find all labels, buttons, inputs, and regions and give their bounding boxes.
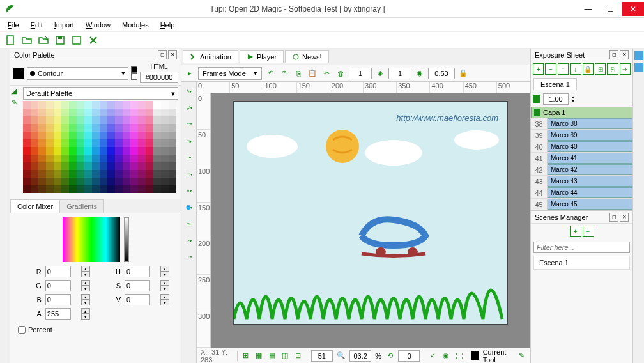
save-icon[interactable] [54,34,66,47]
r-up[interactable]: ▲ [81,266,90,272]
color-swatch[interactable] [23,170,31,178]
color-swatch[interactable] [107,155,115,162]
color-swatch[interactable] [107,132,115,139]
color-swatch[interactable] [54,155,61,162]
color-swatch[interactable] [107,170,115,178]
color-swatch[interactable] [46,155,54,162]
window-close-button[interactable]: ✕ [622,2,644,16]
check-icon[interactable]: ✓ [428,350,437,362]
scene-tab[interactable]: Escena 1 [533,78,577,90]
s-down[interactable]: ▼ [160,286,169,291]
pencil-tool-icon[interactable]: ✎▾ [183,84,195,97]
color-swatch[interactable] [138,124,146,132]
color-swatch[interactable] [23,155,31,162]
color-swatch[interactable] [161,147,169,155]
exposure-undock-icon[interactable]: ◻ [610,50,618,59]
color-swatch[interactable] [92,162,100,170]
save-as-icon[interactable] [70,34,83,47]
color-swatch[interactable] [84,185,92,193]
color-swatch[interactable] [138,170,146,178]
color-swatch[interactable] [138,178,146,185]
frame-value-input[interactable] [543,93,569,105]
color-swatch[interactable] [153,147,161,155]
color-swatch[interactable] [69,132,77,139]
eyedropper-icon[interactable]: ◢ [12,87,20,96]
cut-icon[interactable]: ✂ [321,68,332,79]
tab-animation[interactable]: Animation [183,50,238,63]
color-swatch[interactable] [169,124,176,132]
color-swatch[interactable] [61,155,69,162]
color-swatch[interactable] [161,178,169,185]
color-swatch[interactable] [100,116,107,124]
color-swatch[interactable] [77,178,84,185]
current-tool-icon[interactable]: ✎ [518,350,526,362]
color-swatch[interactable] [31,185,38,193]
color-swatch[interactable] [115,170,123,178]
color-swatch[interactable] [130,101,138,109]
fullscreen-icon[interactable]: ⛶ [454,350,463,362]
onion-icon[interactable]: ◉ [414,68,425,79]
color-swatch[interactable] [69,178,77,185]
color-swatch[interactable] [84,162,92,170]
scene-remove-icon[interactable]: − [583,226,594,237]
zoom-icon[interactable]: 🔍 [337,350,346,362]
color-swatch[interactable] [31,170,38,178]
color-swatch[interactable] [77,109,84,116]
color-swatch[interactable] [77,162,84,170]
color-swatch[interactable] [107,162,115,170]
color-swatch[interactable] [84,170,92,178]
color-swatch[interactable] [123,124,130,132]
scene-filter-input[interactable] [533,242,630,253]
tab-gradients[interactable]: Gradients [59,199,104,213]
color-swatch[interactable] [100,101,107,109]
color-swatch[interactable] [100,139,107,147]
color-swatch[interactable] [31,132,38,139]
r-input[interactable] [45,266,71,277]
color-swatch[interactable] [84,132,92,139]
color-swatch[interactable] [84,116,92,124]
color-swatch[interactable] [54,109,61,116]
g-up[interactable]: ▲ [81,280,90,286]
zoom-input-1[interactable] [311,350,333,362]
color-swatch[interactable] [100,162,107,170]
color-swatch[interactable] [161,124,169,132]
color-swatch[interactable] [84,139,92,147]
frame-label-cell[interactable]: Marco 39 [548,130,632,141]
frame-label-cell[interactable]: Marco 44 [548,187,632,198]
color-swatch[interactable] [69,124,77,132]
color-swatch[interactable] [77,139,84,147]
html-color-input[interactable] [140,72,178,83]
exp-up-icon[interactable]: ↑ [558,63,569,75]
color-swatch[interactable] [153,178,161,185]
color-swatch[interactable] [146,185,153,193]
color-swatch[interactable] [115,155,123,162]
color-swatch[interactable] [46,124,54,132]
color-swatch[interactable] [161,170,169,178]
color-swatch[interactable] [153,101,161,109]
g-down[interactable]: ▼ [81,286,90,291]
color-swatch[interactable] [107,185,115,193]
h-up[interactable]: ▲ [160,266,169,272]
color-swatch[interactable] [61,124,69,132]
exp-lock-icon[interactable]: 🔒 [583,63,594,75]
color-swatch[interactable] [61,147,69,155]
color-swatch[interactable] [54,147,61,155]
color-swatch[interactable] [115,178,123,185]
color-swatch[interactable] [46,101,54,109]
opacity-input[interactable] [428,68,455,79]
color-swatch[interactable] [69,101,77,109]
color-swatch[interactable] [31,101,38,109]
open-as-icon[interactable] [37,34,50,47]
color-swatch[interactable] [38,185,46,193]
panel-close-icon[interactable]: ✕ [168,50,177,59]
color-swatch[interactable] [153,139,161,147]
color-swatch[interactable] [100,132,107,139]
color-swatch[interactable] [123,101,130,109]
color-swatch[interactable] [130,170,138,178]
color-swatch[interactable] [169,132,176,139]
zoom-input-2[interactable] [349,350,371,362]
color-swatch[interactable] [61,116,69,124]
color-swatch[interactable] [31,109,38,116]
color-swatch[interactable] [138,116,146,124]
color-swatch[interactable] [130,155,138,162]
